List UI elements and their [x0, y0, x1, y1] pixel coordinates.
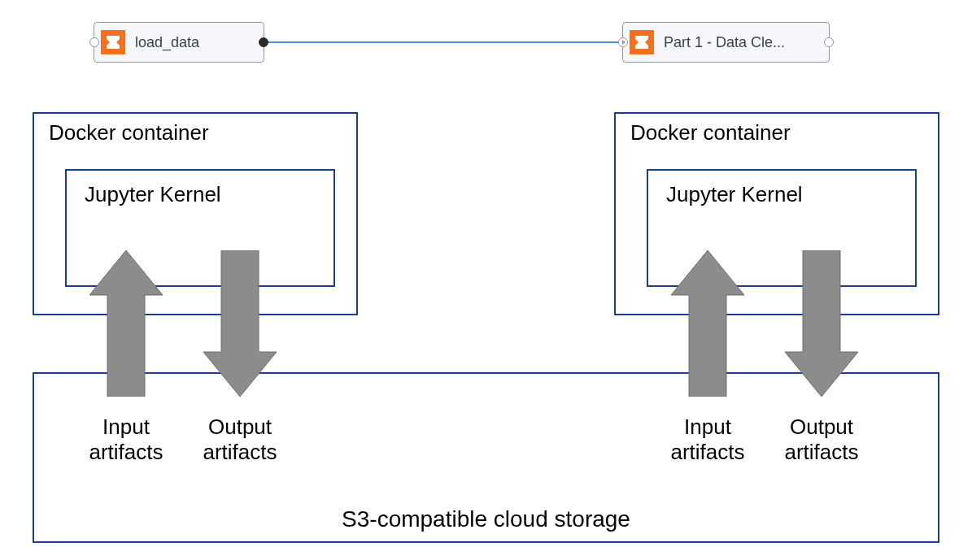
pipeline-edge: [260, 41, 626, 43]
node1-output-port[interactable]: [259, 37, 268, 47]
arrow-down-icon: [785, 250, 858, 397]
svg-marker-1: [203, 250, 277, 397]
node2-output-port[interactable]: [824, 37, 834, 47]
node1-input-port[interactable]: [89, 37, 99, 47]
label-input-left: Input artifacts: [77, 415, 175, 465]
svg-marker-3: [785, 250, 858, 397]
notebook-icon: [630, 30, 654, 54]
notebook-icon: [101, 30, 125, 54]
node1-label: load_data: [135, 34, 199, 51]
arrow-up-icon: [671, 250, 744, 397]
storage-label: S3-compatible cloud storage: [34, 506, 938, 533]
label-input-right: Input artifacts: [659, 415, 756, 465]
docker-left-title: Docker container: [49, 120, 209, 145]
pipeline-node-load-data[interactable]: load_data: [94, 22, 264, 63]
node2-input-port[interactable]: [618, 37, 628, 47]
label-output-right: Output artifacts: [773, 415, 870, 465]
kernel-left-label: Jupyter Kernel: [85, 182, 221, 207]
svg-marker-2: [671, 250, 744, 397]
label-output-left: Output artifacts: [191, 415, 289, 465]
arrow-down-icon: [203, 250, 277, 397]
diagram-canvas: load_data Part 1 - Data Cle... S3-compat…: [0, 0, 972, 560]
arrow-up-icon: [89, 250, 163, 397]
svg-marker-0: [89, 250, 163, 397]
kernel-right-label: Jupyter Kernel: [666, 182, 803, 207]
node2-label: Part 1 - Data Cle...: [664, 34, 785, 51]
pipeline-node-part1[interactable]: Part 1 - Data Cle...: [622, 22, 830, 63]
docker-right-title: Docker container: [630, 120, 791, 145]
